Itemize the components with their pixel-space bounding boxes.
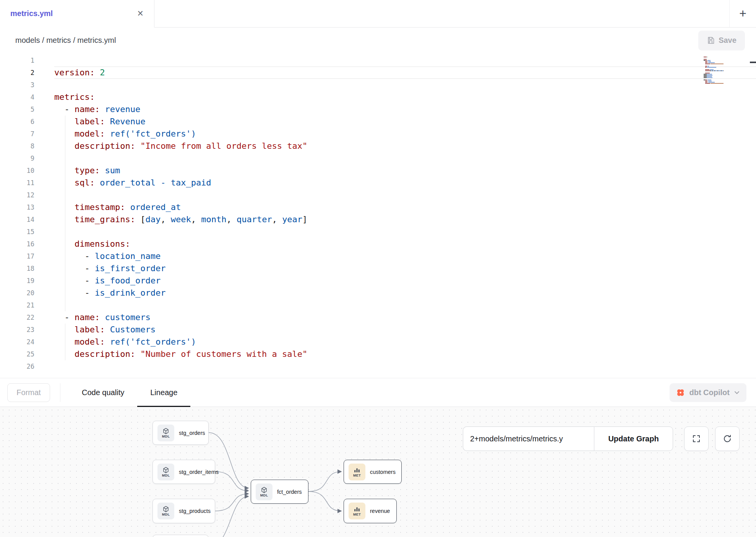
code-text: type: sum xyxy=(54,164,756,177)
code-text: - name: revenue xyxy=(54,103,756,116)
line-number: 26 xyxy=(0,360,54,373)
update-graph-button[interactable]: Update Graph xyxy=(594,426,673,451)
line-number: 23 xyxy=(0,324,54,336)
close-icon[interactable]: × xyxy=(136,8,145,19)
save-button[interactable]: Save xyxy=(698,31,745,50)
model-icon: MDL xyxy=(157,503,174,519)
line-number: 15 xyxy=(0,226,54,238)
line-number: 4 xyxy=(0,91,54,103)
code-line-22[interactable]: 22 - name: customers xyxy=(0,311,756,324)
line-number: 20 xyxy=(0,287,54,299)
code-line-5[interactable]: 5 - name: revenue xyxy=(0,103,756,116)
code-line-6[interactable]: 6 label: Revenue xyxy=(0,116,756,128)
model-icon: MDL xyxy=(256,483,273,500)
node-partial-node[interactable]: MDL xyxy=(152,535,209,537)
line-number: 12 xyxy=(0,189,54,201)
lineage-panel[interactable]: MDLstg_ordersMDLstg_order_itemsMDLstg_pr… xyxy=(0,407,756,537)
code-line-4[interactable]: 4metrics: xyxy=(0,91,756,103)
code-line-1[interactable]: 1 xyxy=(0,54,756,67)
toolbar-divider xyxy=(60,383,60,402)
code-line-8[interactable]: 8 description: "Income from all orders l… xyxy=(0,140,756,152)
code-text: sql: order_total - tax_paid xyxy=(54,177,756,189)
code-line-12[interactable]: 12 xyxy=(0,189,756,201)
node-label: customers xyxy=(370,469,396,475)
code-line-16[interactable]: 16 dimensions: xyxy=(0,238,756,250)
code-text: - is_first_order xyxy=(54,262,756,275)
panel-tabs: Code quality Lineage xyxy=(69,378,190,407)
code-line-24[interactable]: 24 model: ref('fct_orders') xyxy=(0,336,756,348)
metric-icon: MET xyxy=(349,464,365,480)
code-line-17[interactable]: 17 - location_name xyxy=(0,250,756,262)
code-line-15[interactable]: 15 xyxy=(0,226,756,238)
tab-code-quality[interactable]: Code quality xyxy=(69,378,137,407)
tab-metrics-yml[interactable]: metrics.yml × xyxy=(0,0,154,28)
line-number: 1 xyxy=(0,54,54,67)
minimap[interactable] xyxy=(704,55,724,85)
code-editor[interactable]: 12version: 234metrics:5 - name: revenue6… xyxy=(0,53,756,378)
save-label: Save xyxy=(719,36,737,45)
refresh-button[interactable] xyxy=(715,426,740,451)
code-line-10[interactable]: 10 type: sum xyxy=(0,164,756,177)
code-text: - is_drink_order xyxy=(54,287,756,299)
code-text: description: "Income from all orders les… xyxy=(54,140,756,152)
scrollbar-thumb[interactable] xyxy=(750,62,756,63)
code-line-20[interactable]: 20 - is_drink_order xyxy=(0,287,756,299)
lineage-selector-input[interactable] xyxy=(463,426,594,451)
line-number: 2 xyxy=(0,67,54,79)
model-icon: MDL xyxy=(157,425,174,441)
code-line-25[interactable]: 25 description: "Number of customers wit… xyxy=(0,348,756,360)
code-text: dimensions: xyxy=(54,238,756,250)
code-text: time_grains: [day, week, month, quarter,… xyxy=(54,213,756,226)
code-line-2[interactable]: 2version: 2 xyxy=(0,67,756,79)
new-tab-button[interactable]: + xyxy=(729,0,756,27)
node-label: stg_products xyxy=(179,508,211,514)
fullscreen-button[interactable] xyxy=(684,426,709,451)
code-line-21[interactable]: 21 xyxy=(0,299,756,311)
code-line-14[interactable]: 14 time_grains: [day, week, month, quart… xyxy=(0,213,756,226)
line-number: 5 xyxy=(0,103,54,116)
code-line-19[interactable]: 19 - is_food_order xyxy=(0,275,756,287)
node-stg_products[interactable]: MDLstg_products xyxy=(152,499,215,523)
code-line-11[interactable]: 11 sql: order_total - tax_paid xyxy=(0,177,756,189)
format-button[interactable]: Format xyxy=(7,383,50,402)
node-label: stg_orders xyxy=(179,430,205,436)
breadcrumb: models / metrics / metrics.yml xyxy=(15,36,116,45)
line-number: 8 xyxy=(0,140,54,152)
code-line-7[interactable]: 7 model: ref('fct_orders') xyxy=(0,128,756,140)
line-number: 11 xyxy=(0,177,54,189)
dbt-copilot-button[interactable]: dbt Copilot xyxy=(670,383,746,402)
line-number: 17 xyxy=(0,250,54,262)
chevron-down-icon xyxy=(734,389,740,395)
code-line-3[interactable]: 3 xyxy=(0,79,756,91)
node-stg_order_items[interactable]: MDLstg_order_items xyxy=(152,460,215,484)
code-text: - is_food_order xyxy=(54,275,756,287)
node-customers[interactable]: METcustomers xyxy=(344,460,402,484)
line-number: 3 xyxy=(0,79,54,91)
node-label: stg_order_items xyxy=(179,469,219,475)
tab-title: metrics.yml xyxy=(10,9,136,18)
tab-lineage[interactable]: Lineage xyxy=(137,378,190,407)
node-revenue[interactable]: METrevenue xyxy=(344,499,397,523)
copilot-label: dbt Copilot xyxy=(689,388,730,397)
code-text xyxy=(54,79,756,91)
plus-icon: + xyxy=(739,7,746,21)
node-fct_orders[interactable]: MDLfct_orders xyxy=(251,480,308,504)
code-text xyxy=(54,299,756,311)
code-text xyxy=(54,54,756,67)
code-text: version: 2 xyxy=(54,67,756,79)
code-line-18[interactable]: 18 - is_first_order xyxy=(0,262,756,275)
code-text xyxy=(54,360,756,373)
refresh-icon xyxy=(723,434,732,443)
code-line-13[interactable]: 13 timestamp: ordered_at xyxy=(0,201,756,213)
code-line-9[interactable]: 9 xyxy=(0,152,756,164)
code-text: - location_name xyxy=(54,250,756,262)
line-number: 24 xyxy=(0,336,54,348)
line-number: 22 xyxy=(0,311,54,324)
code-text: model: ref('fct_orders') xyxy=(54,336,756,348)
metric-icon: MET xyxy=(349,503,365,519)
code-line-23[interactable]: 23 label: Customers xyxy=(0,324,756,336)
code-line-26[interactable]: 26 xyxy=(0,360,756,373)
node-stg_orders[interactable]: MDLstg_orders xyxy=(152,421,209,445)
code-text: description: "Number of customers with a… xyxy=(54,348,756,360)
line-number: 10 xyxy=(0,164,54,177)
